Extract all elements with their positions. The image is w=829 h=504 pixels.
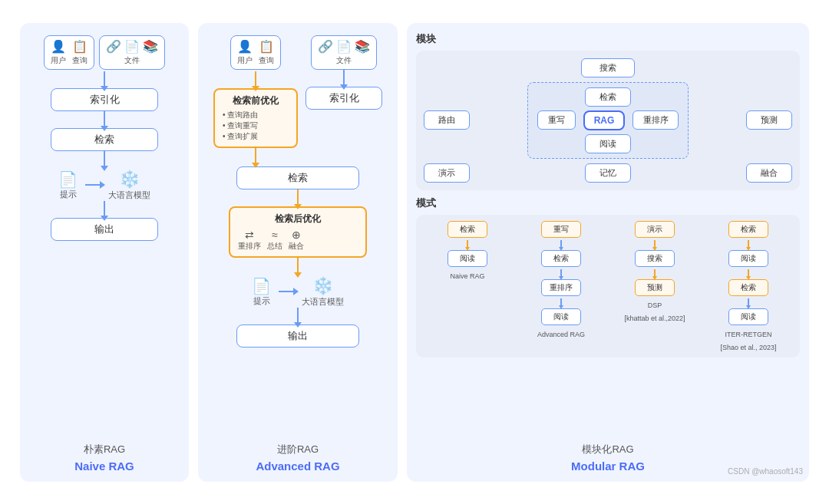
module-fuse: 融合 [746, 163, 792, 183]
naive-prompt-label: 提示 [60, 189, 77, 200]
naive-arrow-1 [104, 71, 105, 87]
adv-left-flow: 👤 📋 用户 查询 检索前优化 • 查询路由 • 查询重写 • 查询扩展 [213, 35, 298, 165]
module-route: 路由 [424, 110, 470, 130]
mode-iter-node2: 阅读 [728, 250, 768, 267]
module-search: 搜索 [581, 58, 635, 77]
mode-adv-arrow2 [560, 269, 562, 277]
naive-output-node: 输出 [51, 218, 158, 241]
adv-file-label: 文件 [336, 55, 352, 66]
adv-pre-opt-node: 检索前优化 • 查询路由 • 查询重写 • 查询扩展 [213, 88, 298, 148]
adv-input-row: 👤 📋 用户 查询 [230, 35, 281, 70]
naive-input-row: 👤 📋 用户 查询 🔗 📄 📚 文件 [44, 35, 165, 70]
naive-bottom-label: 朴素RAG Naive RAG [74, 436, 134, 473]
module-demo: 演示 [424, 163, 470, 183]
module-retrieve: 检索 [585, 87, 631, 107]
adv-post-rerank: ⇄ 重排序 [238, 229, 261, 252]
adv-link-icon: 🔗 [318, 39, 333, 54]
adv-post-opt-items: ⇄ 重排序 ≈ 总结 ⊕ 融合 [238, 229, 358, 252]
adv-arrow-3 [343, 70, 345, 85]
adv-layers-icon: 📚 [355, 39, 370, 54]
adv-arrow-2 [255, 148, 256, 163]
link-icon: 🔗 [106, 39, 121, 54]
main-container: 👤 📋 用户 查询 🔗 📄 📚 文件 索引化 检索 [8, 11, 821, 494]
module-rewrite: 重写 [537, 110, 576, 130]
mode-adv-arrow3 [560, 298, 562, 306]
mode-adv-arrow1 [560, 240, 562, 248]
adv-llm-icon: ❄️ [312, 276, 333, 296]
mode-adv-node3: 重排序 [541, 279, 581, 296]
adv-llm-label: 大语言模型 [302, 296, 344, 308]
modes-section-label: 模式 [416, 196, 436, 210]
mode-iter-arrow1 [748, 240, 749, 248]
naive-llm-label: 大语言模型 [108, 189, 150, 201]
mode-dsp-node3: 预测 [635, 279, 675, 296]
naive-arrow-4 [104, 201, 105, 216]
naive-title-cn: 朴素RAG [74, 443, 134, 456]
mode-dsp-node2: 搜索 [635, 250, 675, 267]
watermark: CSDN @whaosoft143 [728, 467, 803, 476]
adv-arrow-4 [297, 189, 299, 205]
mode-naive-label: Naive RAG [450, 272, 484, 280]
adv-post-opt-title: 检索后优化 [238, 212, 358, 226]
adv-user-query-box: 👤 📋 用户 查询 [230, 35, 281, 70]
modular-title-cn: 模块化RAG [571, 443, 645, 456]
mode-advanced: 重写 检索 重排序 阅读 Advanced RAG [516, 221, 606, 338]
adv-arrow-1 [255, 71, 256, 87]
mode-dsp-node1: 演示 [635, 221, 675, 238]
mode-dsp-sublabel: [khattab et al.,2022] [624, 315, 685, 322]
doc-icon: 📄 [124, 39, 140, 54]
naive-llm-icon: ❄️ [119, 170, 140, 189]
adv-file-box: 🔗 📄 📚 文件 [311, 35, 377, 70]
naive-llm-row: 📄 提示 ❄️ 大语言模型 [58, 170, 150, 201]
mode-dsp-arrow1 [654, 240, 656, 248]
naive-arrow-2 [104, 111, 105, 127]
naive-user-label: 用户 [51, 55, 66, 66]
naive-search-node: 检索 [51, 128, 158, 151]
adv-post-fuse: ⊕ 融合 [289, 229, 304, 252]
mode-naive-arrow1 [467, 240, 468, 248]
module-read: 阅读 [585, 134, 631, 153]
module-rag: RAG [583, 110, 626, 130]
mode-iter-arrow2 [748, 269, 749, 277]
mode-iter-node1: 检索 [728, 221, 768, 238]
adv-llm-row: 📄 提示 ❄️ 大语言模型 [252, 276, 344, 308]
naive-arrow-3 [104, 151, 105, 166]
layers-icon: 📚 [143, 39, 158, 54]
mode-iter-arrow3 [748, 298, 749, 306]
advanced-rag-panel: 👤 📋 用户 查询 检索前优化 • 查询路由 • 查询重写 • 查询扩展 [198, 23, 398, 482]
adv-title-en: Advanced RAG [256, 460, 339, 473]
module-rerank: 重排序 [632, 110, 679, 130]
modular-title-en: Modular RAG [571, 460, 645, 473]
mode-iter-sublabel: [Shao et al., 2023] [720, 344, 776, 351]
mode-adv-label: Advanced RAG [537, 331, 585, 338]
naive-index-node: 索引化 [51, 88, 158, 111]
query-icon: 📋 [72, 39, 88, 54]
adv-user-icon: 👤 [237, 39, 253, 54]
mode-adv-node2: 检索 [541, 250, 581, 267]
naive-file-label: 文件 [124, 55, 140, 66]
naive-query-label: 查询 [72, 55, 88, 66]
mode-iter-label: ITER-RETGEN [725, 331, 771, 338]
naive-arrow-right [85, 184, 101, 186]
naive-file-box: 🔗 📄 📚 文件 [99, 35, 165, 70]
adv-arrow-6 [297, 308, 299, 323]
adv-arrow-5 [297, 258, 299, 273]
modes-container: 检索 阅读 Naive RAG 重写 检索 重排序 阅读 Advanced RA… [416, 215, 800, 357]
adv-title-cn: 进阶RAG [256, 443, 339, 456]
adv-query-label: 查询 [259, 55, 274, 66]
adv-pre-opt-item3: • 查询扩展 [223, 131, 289, 142]
module-memory: 记忆 [585, 163, 631, 183]
mode-adv-node4: 阅读 [541, 308, 581, 325]
adv-bottom-label: 进阶RAG Advanced RAG [256, 436, 339, 473]
module-grid: 搜索 路由 检索 重写 RAG 重排序 阅读 预测 演示 [416, 51, 800, 190]
mode-dsp: 演示 搜索 预测 DSP [khattab et al.,2022] [609, 221, 700, 322]
adv-pre-opt-item2: • 查询重写 [223, 120, 289, 131]
adv-top-section: 👤 📋 用户 查询 检索前优化 • 查询路由 • 查询重写 • 查询扩展 [213, 35, 382, 165]
adv-right-flow: 🔗 📄 📚 文件 索引化 [306, 35, 382, 140]
modular-bottom-label: 模块化RAG Modular RAG [571, 436, 645, 473]
mode-dsp-arrow2 [654, 269, 656, 277]
adv-prompt-label: 提示 [253, 295, 270, 307]
mode-iter-node3: 检索 [728, 279, 768, 296]
mode-iter: 检索 阅读 检索 阅读 ITER-RETGEN [Shao et al., 20… [703, 221, 794, 351]
user-icon: 👤 [51, 39, 66, 54]
